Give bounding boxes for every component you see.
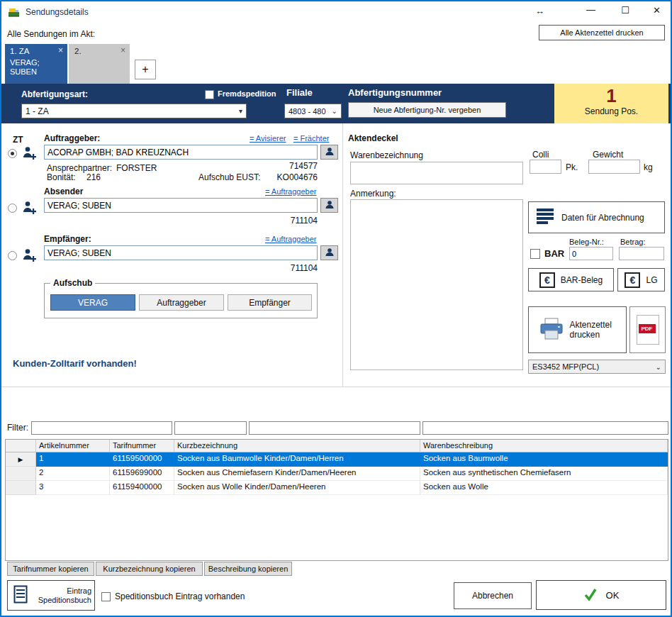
zt-label: ZT: [13, 135, 23, 145]
avisierer-link[interactable]: = Avisierer: [250, 134, 286, 143]
empfaenger-auftraggeber-link[interactable]: = Auftraggeber: [265, 235, 316, 243]
fremdspedition-checkbox[interactable]: [205, 90, 214, 99]
column-header-kurzbezeichnung[interactable]: Kurzbezeichnung: [174, 440, 420, 452]
gewicht-input[interactable]: [588, 160, 640, 174]
betrag-input[interactable]: [619, 247, 664, 260]
cell-kurzbezeichnung[interactable]: Socken aus Baumwolle Kinder/Damen/Herren: [174, 452, 420, 467]
aufschub-verag-button[interactable]: VERAG: [50, 294, 135, 311]
cell-tarifnummer[interactable]: 61159699000: [110, 467, 174, 481]
lg-button[interactable]: € LG: [617, 268, 665, 291]
table-row[interactable]: 2 61159699000 Socken aus Chemiefasern Ki…: [6, 467, 668, 481]
aufschub-empfaenger-button[interactable]: Empfänger: [228, 294, 312, 311]
anmerkung-textarea[interactable]: [350, 199, 523, 370]
beschreibung-kopieren-button[interactable]: Beschreibung kopieren: [204, 562, 292, 576]
column-header-tarifnummer[interactable]: Tarifnummer: [110, 440, 174, 452]
fraechter-link[interactable]: = Frächter: [293, 134, 329, 143]
absender-contact-card-button[interactable]: [320, 198, 338, 213]
cell-artikelnummer[interactable]: 2: [36, 467, 110, 481]
window-title: Sendungsdetails: [26, 7, 89, 17]
resize-arrows-icon[interactable]: ↔: [535, 6, 544, 16]
panel-divider-vertical: [342, 123, 343, 387]
row-header-column[interactable]: [6, 440, 36, 452]
colli-input[interactable]: [530, 160, 561, 174]
tab-sendung-1[interactable]: 1. ZA × VERAG; SUBEN: [5, 44, 67, 84]
beleg-nr-label: Beleg-Nr.:: [569, 238, 604, 246]
add-contact-empfaenger-icon[interactable]: [22, 248, 37, 265]
add-contact-auftraggeber-icon[interactable]: [22, 145, 37, 162]
contact-card-icon: [325, 147, 335, 158]
daten-fuer-abrechnung-button[interactable]: Daten für Abrechnung: [528, 201, 665, 233]
pdf-button[interactable]: PDF: [629, 306, 666, 353]
tab-1-close-icon[interactable]: ×: [58, 45, 63, 55]
filiale-select[interactable]: 4803 - 480 ⌄: [284, 104, 342, 118]
filter-input-4[interactable]: [422, 421, 668, 435]
close-icon[interactable]: ✕: [653, 5, 661, 16]
aufschub-auftraggeber-button[interactable]: Auftraggeber: [139, 294, 224, 311]
aktenzettel-drucken-button[interactable]: Aktenzettel drucken: [528, 306, 627, 353]
absender-input[interactable]: [44, 198, 318, 213]
tab-sendung-2[interactable]: 2. ×: [69, 44, 130, 84]
auftraggeber-input[interactable]: [44, 145, 318, 160]
tarifnummer-kopieren-button[interactable]: Tarifnummer kopieren: [7, 562, 94, 576]
pk-label: Pk.: [566, 162, 578, 172]
cell-warenbeschreibung[interactable]: Socken aus synthetischen Chemiefasern: [420, 467, 668, 481]
speditionsbuch-checkbox[interactable]: [101, 592, 111, 601]
filiale-value: 4803 - 480: [289, 107, 326, 116]
warenbezeichnung-input[interactable]: [350, 162, 523, 184]
tab-2-close-icon[interactable]: ×: [121, 45, 125, 55]
row-selector-arrow-icon[interactable]: ▶: [6, 452, 36, 467]
beleg-nr-input[interactable]: [569, 247, 613, 260]
row-selector[interactable]: [6, 481, 36, 495]
abfertigungsart-select[interactable]: 1 - ZA ▾: [21, 104, 247, 118]
auftraggeber-contact-card-button[interactable]: [320, 145, 338, 160]
bar-beleg-button[interactable]: € BAR-Beleg: [528, 268, 614, 291]
auftraggeber-radio[interactable]: [8, 149, 17, 158]
absender-auftraggeber-link[interactable]: = Auftraggeber: [265, 187, 316, 196]
bar-checkbox[interactable]: [530, 249, 540, 259]
cell-kurzbezeichnung[interactable]: Socken aus Wolle Kinder/Damen/Heeren: [174, 481, 420, 495]
absender-radio[interactable]: [8, 204, 17, 213]
toolbar-band: Abfertigungsart: 1 - ZA ▾ Fremdspedition…: [1, 84, 671, 123]
filter-input-1[interactable]: [31, 421, 172, 435]
neue-abfertigung-button[interactable]: Neue Abfertigung-Nr. vergeben: [348, 102, 506, 118]
app-icon: [8, 6, 20, 20]
cell-artikelnummer[interactable]: 3: [36, 481, 110, 495]
aktendeckel-title: Aktendeckel: [348, 133, 398, 143]
row-selector[interactable]: [6, 467, 36, 481]
alle-aktenzettel-drucken-button[interactable]: Alle Aktenzettel drucken: [539, 25, 665, 40]
printer-select[interactable]: ES3452 MFP(PCL) ⌄: [528, 360, 666, 374]
eintrag-speditionsbuch-button[interactable]: Eintrag Speditionsbuch: [7, 580, 95, 611]
minimize-icon[interactable]: —: [586, 4, 595, 15]
cell-tarifnummer[interactable]: 61159500000: [110, 452, 174, 467]
kurzbezeichnung-kopieren-button[interactable]: Kurzbezeichnung kopieren: [96, 562, 203, 576]
articles-table: Artikelnummer Tarifnummer Kurzbezeichnun…: [5, 439, 668, 561]
empfaenger-input[interactable]: [44, 245, 318, 260]
cell-kurzbezeichnung[interactable]: Socken aus Chemiefasern Kinder/Damen/Hee…: [174, 467, 420, 481]
gewicht-label: Gewicht: [593, 150, 623, 160]
empfaenger-number: 711104: [282, 263, 318, 273]
column-header-warenbeschreibung[interactable]: Warenbeschreibung: [420, 440, 668, 452]
aufschub-eust-value: KO004676: [276, 172, 318, 182]
cell-warenbeschreibung[interactable]: Socken aus Wolle: [420, 481, 668, 495]
column-header-artikelnummer[interactable]: Artikelnummer: [36, 440, 110, 452]
cell-warenbeschreibung[interactable]: Socken aus Baumwolle: [420, 452, 668, 467]
add-contact-absender-icon[interactable]: [22, 200, 37, 217]
table-row[interactable]: ▶ 1 61159500000 Socken aus Baumwolle Kin…: [6, 452, 668, 467]
filter-input-2[interactable]: [174, 421, 247, 435]
cell-tarifnummer[interactable]: 61159400000: [110, 481, 174, 495]
filter-input-3[interactable]: [249, 421, 420, 435]
alle-aktenzettel-drucken-label: Alle Aktenzettel drucken: [560, 28, 643, 37]
tab-1-sub-label: VERAG; SUBEN: [10, 58, 57, 77]
abbrechen-button[interactable]: Abbrechen: [454, 582, 532, 609]
empfaenger-radio[interactable]: [8, 251, 17, 260]
add-tab-button[interactable]: +: [135, 60, 156, 79]
cell-artikelnummer[interactable]: 1: [36, 452, 110, 467]
table-row[interactable]: 3 61159400000 Socken aus Wolle Kinder/Da…: [6, 481, 668, 495]
maximize-icon[interactable]: ☐: [621, 5, 629, 16]
filter-label: Filter:: [7, 423, 28, 433]
empfaenger-contact-card-button[interactable]: [320, 245, 338, 260]
lg-label: LG: [646, 275, 657, 285]
pdf-icon: PDF: [637, 315, 659, 345]
aufschub-auftraggeber-label: Auftraggeber: [157, 298, 206, 308]
ok-button[interactable]: OK: [536, 580, 666, 610]
